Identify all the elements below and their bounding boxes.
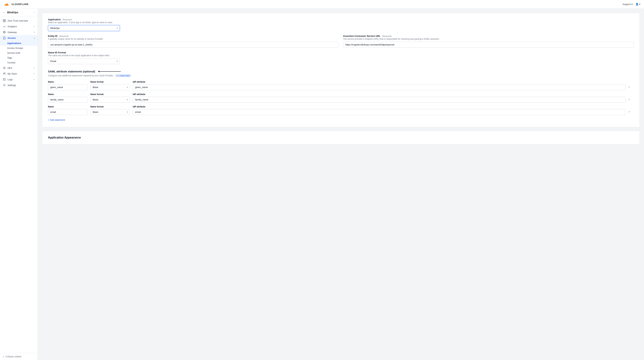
saml-name-input-3[interactable] [48,109,88,115]
sidebar-item-tunnels[interactable]: Tunnels [0,60,38,65]
sidebar-item-label: Access [8,37,16,39]
application-label: Application (Required) [48,18,634,21]
saml-format-group-3: Name format Basic URI Reference Unspecif… [90,106,130,115]
book-icon: 📖 [116,74,119,77]
sidebar-item-access[interactable]: Access ▴ [0,35,38,41]
appearance-title: Application Appearance [48,136,634,139]
spacer [48,68,634,70]
entity-id-input[interactable] [48,42,339,48]
svg-rect-2 [4,20,6,20]
chevron-down-icon: ▾ [34,67,35,69]
saml-name-input-2[interactable] [48,97,88,102]
sidebar-item-label: Analytics [8,25,17,28]
saml-row-3: Name Name format Basic URI Reference Uns… [48,106,634,115]
saml-name-group-3: Name [48,106,88,115]
saml-remove-2: × [628,96,634,102]
sidebar-item-label: My Team [8,72,17,75]
chevron-down-icon: ▾ [34,78,35,80]
saml-remove-button-3[interactable]: × [628,109,630,115]
sidebar-title: BlinkOps [7,11,18,14]
saml-format-select-3[interactable]: Basic URI Reference Unspecified [90,109,130,115]
chart-icon [3,25,6,28]
acs-url-input[interactable] [343,42,634,48]
logo-area: CLOUDFLARE [4,2,28,6]
name-id-hint: The value we provide to the SaaS applica… [48,54,120,57]
saml-header: SAML attribute statements (optional) [48,70,634,73]
application-select-wrapper: BlinkOps [48,25,120,31]
sidebar-item-label: Zero Trust overview [8,20,28,22]
sidebar-item-tags[interactable]: Tags [0,55,38,60]
dex-icon [3,66,6,69]
saml-idp-input-1[interactable] [133,84,626,90]
logs-icon [3,78,6,81]
sidebar: ← BlinkOps › Zero Trust overview Analyti… [0,8,38,360]
sidebar-nav: Zero Trust overview Analytics ▾ Gateway … [0,16,38,353]
saml-arrow [98,70,121,72]
saml-format-select-wrapper-3: Basic URI Reference Unspecified [90,109,130,115]
collapse-sidebar-button[interactable]: « Collapse sidebar [3,355,22,358]
saml-remove-button-2[interactable]: × [628,96,630,102]
topnav-right: Support ▾ 👤 ▾ [622,3,640,6]
sidebar-back-button[interactable]: ← [3,11,6,14]
application-config-card: Application (Required) Select an applica… [42,13,640,127]
app-layout: ← BlinkOps › Zero Trust overview Analyti… [0,8,644,360]
grid-icon [3,19,6,22]
sidebar-item-label: Settings [8,84,16,86]
saml-idp-group-2: IdP attribute [133,93,626,102]
saml-remove-button-1[interactable]: × [628,84,630,90]
sidebar-item-analytics[interactable]: Analytics ▾ [0,24,38,29]
sidebar-item-dex[interactable]: DEX ▾ [0,65,38,71]
sidebar-item-access-groups[interactable]: Access Groups [0,46,38,50]
user-menu-button[interactable]: 👤 ▾ [636,3,640,6]
application-select[interactable]: BlinkOps [48,25,120,31]
saml-idp-input-2[interactable] [133,97,626,102]
svg-point-6 [4,67,5,68]
saml-col-format-header: Name format Basic URI Reference Unspecif… [90,81,130,90]
sidebar-header: ← BlinkOps › [0,8,38,16]
application-hint: Select an application. If your app is no… [48,21,634,24]
application-field-group: Application (Required) Select an applica… [48,18,634,31]
acs-url-group: Assertion Consumer Service URL (Required… [343,35,634,48]
top-navigation: CLOUDFLARE Support ▾ 👤 ▾ [0,0,644,8]
sidebar-item-service-auth[interactable]: Service Auth [0,50,38,55]
saml-idp-input-3[interactable] [133,109,626,115]
saml-section: SAML attribute statements (optional) Con… [48,70,634,122]
name-id-format-group: Name ID Format The value we provide to t… [48,51,120,64]
sidebar-arrow-icon: › [34,11,35,14]
arrow-shaft [99,71,121,72]
sidebar-item-zero-trust[interactable]: Zero Trust overview [0,18,38,24]
svg-point-7 [4,73,4,74]
svg-point-10 [4,85,5,86]
sidebar-item-my-team[interactable]: My Team ▾ [0,71,38,76]
sidebar-item-label: Logs [8,78,12,81]
saml-hint-row: Configure any additional statements requ… [48,74,634,77]
saml-format-select-1[interactable]: Basic URI Reference Unspecified [90,84,130,90]
sidebar-item-label: Gateway [8,31,17,34]
application-appearance-card: Application Appearance [42,131,640,144]
learn-more-badge[interactable]: 📖 Learn more [115,74,131,77]
sidebar-item-settings[interactable]: Settings [0,82,38,88]
saml-format-select-2[interactable]: Basic URI Reference Unspecified [90,97,130,102]
chevron-down-icon: ▾ [34,31,35,33]
saml-name-group-2: Name [48,93,88,102]
add-statement-button[interactable]: + Add statement [48,118,65,122]
sidebar-item-applications[interactable]: Applications [0,41,38,46]
cloudflare-logo-icon [4,2,10,6]
team-icon [3,72,6,75]
support-button[interactable]: Support ▾ [622,3,633,6]
saml-name-input-1[interactable] [48,84,88,90]
saml-row-2: Name Name format Basic URI Reference Uns… [48,93,634,102]
sidebar-item-logs[interactable]: Logs ▾ [0,76,38,82]
gateway-icon [3,31,6,34]
entity-id-group: Entity ID (Required) A globally unique n… [48,35,339,48]
saml-remove-1: × [628,84,634,90]
saml-title: SAML attribute statements (optional) [48,70,95,73]
sidebar-item-gateway[interactable]: Gateway ▾ [0,29,38,35]
sidebar-item-label: DEX [8,67,12,69]
cloudflare-logo: CLOUDFLARE [4,2,28,6]
chevron-down-icon: ▾ [34,26,35,28]
name-id-select[interactable]: Email Persistent Transient Unspecified [48,58,120,64]
svg-rect-9 [3,78,6,80]
access-icon [3,36,6,39]
acs-url-label: Assertion Consumer Service URL (Required… [343,35,634,37]
